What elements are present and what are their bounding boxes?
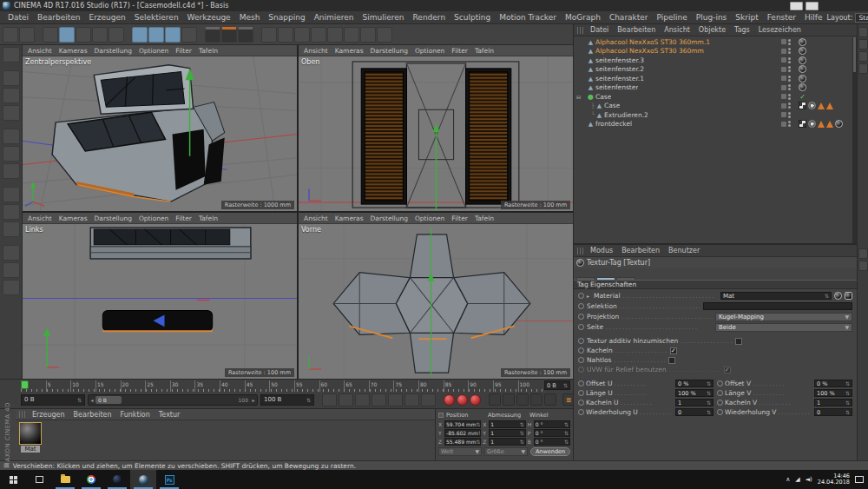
anim-dot-icon[interactable] [717,400,723,406]
overlay-window-button[interactable] [806,2,819,10]
menu-item[interactable]: Sculpting [450,13,495,22]
anim-dot-icon[interactable] [717,380,723,387]
spinner-icon[interactable]: ⇅ [306,397,311,403]
slider-handle[interactable]: 0 B [95,396,122,404]
timeline-playhead[interactable] [21,380,29,389]
uv-field[interactable]: 100 %⇅ [675,389,713,397]
rotate-view-icon[interactable] [550,46,560,55]
material-menu-item[interactable]: Textur [155,411,185,419]
next-frame-icon[interactable] [388,393,403,406]
menu-item[interactable]: Charakter [605,13,653,22]
uv-mode-icon[interactable] [3,105,20,121]
model-mode-icon[interactable] [3,70,20,86]
play-icon[interactable] [372,393,386,406]
anim-dot-icon[interactable] [717,409,723,415]
render-view-icon[interactable] [205,27,220,43]
viewport-menu-item[interactable]: Optionen [411,47,448,55]
viewport-menu-item[interactable]: Kameras [332,215,367,222]
key-rotation-icon[interactable] [516,393,529,406]
panel-handle-icon[interactable] [577,248,584,254]
material-menu-item[interactable]: Erzeugen [28,411,69,419]
angle-field[interactable]: 0 °⇅ [534,420,570,428]
anim-dot-icon[interactable] [578,347,584,354]
visibility-toggles[interactable] [781,102,799,109]
anim-dot-icon[interactable] [578,409,584,415]
pan-view-icon[interactable] [252,46,261,55]
rotate-view-icon[interactable] [274,46,284,55]
anim-dot-icon[interactable] [578,314,584,320]
phong-tag-icon[interactable] [808,102,816,109]
menu-item[interactable]: Plug-ins [692,13,732,22]
phong-tag-icon[interactable] [808,120,816,128]
rotate-tool-icon[interactable] [92,27,108,43]
zoom-view-icon[interactable] [539,214,549,222]
anim-dot-icon[interactable] [717,390,723,396]
tray-chevron-icon[interactable]: ∧ [786,476,790,483]
undo-icon[interactable] [3,27,18,43]
pan-view-icon[interactable] [528,46,537,55]
expand-arrow-icon[interactable]: ▸ [587,293,591,299]
frame-range-slider[interactable]: ◂ 0 B 100 ▸ [88,394,258,406]
current-frame-field[interactable]: 0 B⇅ [21,394,85,406]
visibility-toggles[interactable] [781,39,799,45]
object-row[interactable]: seitenfenster.1 [574,74,857,83]
visibility-toggles[interactable] [781,121,799,127]
menu-item[interactable]: Skript [731,13,762,22]
object-type-icon[interactable] [595,111,603,119]
checkbox[interactable] [670,347,677,354]
z-axis-lock-icon[interactable] [165,27,181,43]
object-label[interactable]: Case [604,102,620,109]
viewport-menu-item[interactable]: Filter [448,215,471,222]
object-row[interactable]: ├ Case [574,102,857,111]
spinner-icon[interactable]: ⇅ [77,397,82,403]
close-button[interactable] [852,2,865,10]
apply-button[interactable]: Anwenden [530,447,570,456]
viewport-menu-item[interactable]: Filter [172,215,195,222]
goto-start-icon[interactable] [322,393,337,406]
material-menu-item[interactable]: Bearbeiten [69,411,116,419]
coords-lock-icon[interactable] [438,413,444,418]
viewport-menu-item[interactable]: Kameras [56,47,91,55]
viewport-menu-item[interactable]: Tafeln [195,47,221,55]
live-selection-icon[interactable] [43,27,58,43]
object-label[interactable]: seitenfenster [595,83,638,91]
menu-item[interactable]: Mesh [235,13,265,22]
zoom-view-icon[interactable] [263,214,273,222]
viewport-canvas-left[interactable]: Links Rasterweite : 100 mm [23,224,297,379]
side-tab[interactable] [858,63,868,74]
Mat[interactable]: Mat [19,422,42,453]
material-tag-icon[interactable] [799,38,806,46]
object-row[interactable]: seitenfenster.3 [574,56,857,65]
toggle-view-icon[interactable] [286,46,295,55]
material-menu-item[interactable]: Funktion [116,411,155,419]
visibility-toggles[interactable] [781,57,799,63]
viewport-menu-item[interactable]: Darstellung [367,47,411,55]
object-manager-menu-item[interactable]: Ansicht [660,26,694,34]
restore-button[interactable] [837,2,850,10]
slider-right-arrow-icon[interactable]: ▸ [250,397,257,403]
menu-item[interactable]: Hilfe [800,13,826,22]
axis-mode-icon[interactable] [3,187,20,202]
visibility-toggles[interactable] [781,66,799,72]
task-view-button[interactable] [26,470,52,489]
viewport-menu-item[interactable]: Filter [172,47,195,55]
viewport-solo-icon[interactable] [3,204,20,220]
visibility-toggles[interactable] [781,112,799,118]
material-tag-icon[interactable] [799,47,806,55]
object-label[interactable]: Alphacool NexXxoS ST30 360mm [595,47,704,55]
viewport-menu-item[interactable]: Optionen [411,215,448,222]
visibility-toggles[interactable] [781,84,799,90]
object-label[interactable]: seitenfenster.3 [595,56,644,64]
object-type-icon[interactable] [587,120,595,128]
viewport-menu-item[interactable]: Tafeln [471,215,497,222]
play-reverse-icon[interactable] [339,393,353,406]
polygons-mode-icon[interactable] [3,163,20,179]
object-type-icon[interactable] [587,75,595,83]
snap-icon[interactable] [3,221,20,237]
toggle-view-icon[interactable] [562,46,571,55]
checker-tag-icon[interactable] [799,120,806,128]
magnet-icon[interactable] [3,245,20,261]
explorer-icon[interactable] [52,470,78,489]
coord-system-select[interactable]: Welt▼ [438,447,482,456]
points-mode-icon[interactable] [3,129,20,144]
